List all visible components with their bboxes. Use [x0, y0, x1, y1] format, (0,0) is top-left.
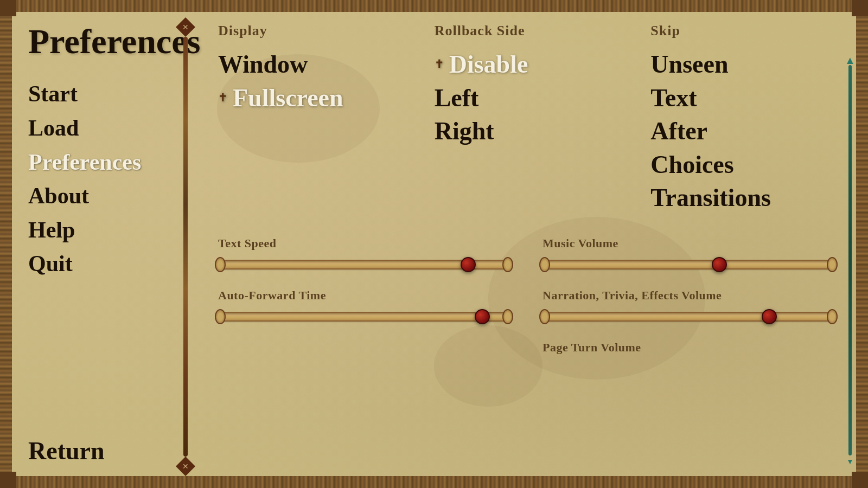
skip-option-unseen[interactable]: Unseen	[650, 48, 834, 81]
fullscreen-label: Fullscreen	[233, 82, 343, 114]
right-slider-group: Music Volume Narration, Trivia, Effects …	[542, 236, 834, 360]
sidebar-item-about[interactable]: About	[28, 179, 158, 213]
disable-indicator: ✝	[435, 57, 444, 71]
sidebar-item-preferences[interactable]: Preferences	[28, 145, 158, 179]
rollback-column: Rollback Side ✝ Disable Left Right	[435, 23, 618, 215]
divider-line	[183, 37, 188, 457]
skip-column: Skip Unseen Text After Choices Transitio…	[650, 23, 834, 215]
skip-option-choices[interactable]: Choices	[650, 148, 834, 182]
skip-header: Skip	[650, 23, 834, 39]
sidebar-item-help[interactable]: Help	[28, 213, 158, 247]
display-header: Display	[218, 23, 402, 39]
settings-area: Display Window ✝ Fullscreen Rollback Sid…	[196, 12, 856, 476]
sidebar-item-return[interactable]: Return	[28, 436, 105, 465]
border-right	[856, 0, 868, 488]
music-volume-thumb[interactable]	[712, 257, 727, 272]
narration-volume-label: Narration, Trivia, Effects Volume	[542, 288, 834, 303]
corner-top-right	[852, 0, 868, 16]
display-option-window[interactable]: Window	[218, 48, 402, 81]
narration-volume-slider[interactable]	[542, 308, 834, 325]
corner-top-left	[0, 0, 16, 16]
corner-bottom-right	[852, 472, 868, 488]
text-speed-slider[interactable]	[218, 256, 510, 273]
display-column: Display Window ✝ Fullscreen	[218, 23, 402, 215]
display-option-fullscreen[interactable]: ✝ Fullscreen	[218, 81, 402, 115]
skip-option-text[interactable]: Text	[650, 81, 834, 115]
vertical-divider	[175, 12, 196, 476]
page-turn-volume-label: Page Turn Volume	[542, 341, 834, 355]
rollback-option-left[interactable]: Left	[435, 81, 618, 115]
auto-forward-label: Auto-Forward Time	[218, 288, 510, 303]
music-volume-slider[interactable]	[542, 256, 834, 273]
ornament-top	[176, 17, 195, 37]
border-left	[0, 0, 12, 488]
fullscreen-indicator: ✝	[218, 91, 227, 105]
disable-label: Disable	[449, 49, 528, 80]
text-speed-thumb[interactable]	[461, 257, 476, 272]
ornament-bottom	[176, 457, 195, 476]
sidebar-item-start[interactable]: Start	[28, 77, 158, 111]
corner-bottom-left	[0, 472, 16, 488]
skip-option-after[interactable]: After	[650, 114, 834, 148]
rollback-header: Rollback Side	[435, 23, 618, 39]
border-top	[0, 0, 868, 12]
text-speed-label: Text Speed	[218, 236, 510, 251]
auto-forward-track	[218, 312, 510, 322]
settings-columns: Display Window ✝ Fullscreen Rollback Sid…	[218, 23, 834, 215]
auto-forward-slider[interactable]	[218, 308, 510, 325]
rollback-option-right[interactable]: Right	[435, 114, 618, 148]
narration-volume-thumb[interactable]	[762, 309, 777, 324]
left-slider-group: Text Speed Auto-Forward Time	[218, 236, 510, 360]
skip-option-transitions[interactable]: Transitions	[650, 181, 834, 215]
music-volume-track	[542, 260, 834, 269]
border-bottom	[0, 476, 868, 488]
sidebar-item-quit[interactable]: Quit	[28, 247, 158, 281]
narration-volume-track	[542, 312, 834, 322]
music-volume-label: Music Volume	[542, 236, 834, 251]
page-title: Preferences	[28, 23, 158, 61]
rollback-option-disable[interactable]: ✝ Disable	[435, 48, 618, 81]
sliders-section: Text Speed Auto-Forward Time Music Volum…	[218, 236, 834, 360]
auto-forward-thumb[interactable]	[475, 309, 490, 324]
sidebar-item-load[interactable]: Load	[28, 111, 158, 145]
sidebar: Preferences Start Load Preferences About…	[12, 12, 175, 476]
